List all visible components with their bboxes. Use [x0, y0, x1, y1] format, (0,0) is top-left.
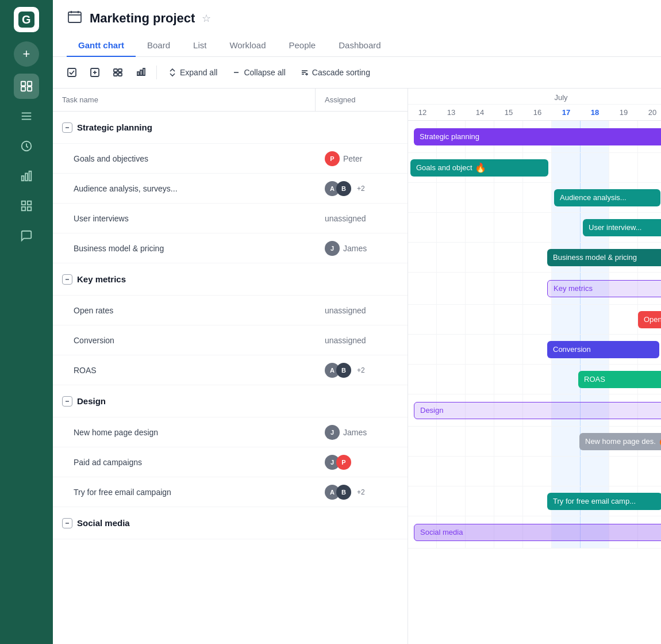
- chart-tool[interactable]: [131, 63, 151, 82]
- bar-strategic-planning[interactable]: Strategic planning: [414, 128, 661, 145]
- task-name-header: Task name: [53, 89, 316, 111]
- checkbox-tool[interactable]: [62, 63, 82, 82]
- group-assigned-design: [316, 396, 408, 407]
- group-toggle-design[interactable]: [62, 396, 72, 407]
- task-list: Task name Assigned Strategic planning Go…: [53, 89, 408, 644]
- avatar: J: [325, 425, 340, 440]
- bar-user-interviews[interactable]: User interview...: [583, 219, 661, 236]
- gantt-row-open-rates: Open rates: [408, 305, 661, 335]
- table-row: User interviews unassigned: [53, 204, 408, 233]
- table-row: Design: [53, 385, 408, 417]
- table-row: Try for free email campaign A B +2: [53, 477, 408, 507]
- group-name-keymetrics: Key metrics: [53, 269, 316, 290]
- gantt-row-user-interviews: User interview...: [408, 213, 661, 243]
- app-logo[interactable]: G: [14, 7, 39, 32]
- tab-board[interactable]: Board: [136, 34, 182, 57]
- gantt-days-row: 12 13 14 15 16 17 18 19 20 21: [408, 105, 661, 120]
- svg-rect-3: [28, 82, 32, 86]
- bar-homepage-design[interactable]: New home page des.🔥: [579, 433, 661, 450]
- table-row: New home page design J James: [53, 417, 408, 447]
- gantt-row-homepage: New home page des.🔥: [408, 427, 661, 457]
- group-tool[interactable]: [108, 63, 128, 82]
- task-name-email-campaign: Try for free email campaign: [53, 482, 316, 503]
- table-row: Goals and objectives P Peter: [53, 144, 408, 174]
- bar-audience-analysis[interactable]: Audience analysis...: [554, 189, 660, 206]
- tab-list[interactable]: List: [182, 34, 218, 57]
- gantt-row-roas: ROAS: [408, 365, 661, 394]
- svg-rect-10: [22, 176, 24, 181]
- expand-tool[interactable]: [85, 63, 105, 82]
- svg-rect-30: [137, 72, 139, 75]
- collapse-all-button[interactable]: Collapse all: [226, 64, 291, 80]
- bar-business-model[interactable]: Business model & pricing: [547, 249, 661, 266]
- sidebar-item-clock[interactable]: [14, 133, 39, 159]
- sidebar-item-projects[interactable]: [14, 74, 39, 99]
- tab-gantt[interactable]: Gantt chart: [67, 34, 136, 57]
- svg-rect-16: [28, 207, 31, 210]
- group-assigned-strategic: [316, 122, 408, 133]
- svg-rect-21: [68, 68, 76, 76]
- bar-key-metrics[interactable]: Key metrics: [547, 280, 661, 297]
- header: Marketing project ☆ Gantt chart Board Li…: [53, 0, 661, 57]
- tab-dashboard[interactable]: Dashboard: [327, 34, 392, 57]
- bar-social-media-group[interactable]: Social media: [414, 524, 661, 541]
- svg-rect-25: [114, 69, 117, 72]
- task-name-paid-ads: Paid ad campaigns: [53, 452, 316, 473]
- gantt-row-keymetrics: Key metrics: [408, 273, 661, 305]
- bar-roas[interactable]: ROAS: [578, 371, 661, 388]
- group-name-social: Social media: [53, 512, 316, 534]
- table-row: Audience analysis, surveys... A B +2: [53, 174, 408, 204]
- gantt-row-conversion: Conversion: [408, 335, 661, 365]
- task-assigned-roas: A B +2: [316, 357, 408, 384]
- sidebar-item-chat[interactable]: [14, 223, 39, 248]
- favorite-icon[interactable]: ☆: [202, 12, 211, 25]
- svg-text:G: G: [22, 13, 31, 26]
- bar-open-rates[interactable]: Open rates: [638, 311, 661, 328]
- task-name-homepage: New home page design: [53, 422, 316, 443]
- task-name-business-model: Business model & pricing: [53, 238, 316, 259]
- avatar: B: [336, 485, 351, 500]
- project-title: Marketing project: [90, 11, 195, 26]
- svg-rect-12: [29, 171, 32, 181]
- tab-workload[interactable]: Workload: [218, 34, 277, 57]
- svg-rect-28: [118, 73, 122, 76]
- task-assigned-homepage: J James: [316, 419, 408, 446]
- sidebar-item-list[interactable]: [14, 103, 39, 129]
- task-assigned-paid-ads: J P: [316, 449, 408, 476]
- svg-rect-32: [143, 68, 145, 75]
- gantt-row-design: Design: [408, 394, 661, 427]
- task-name-open-rates: Open rates: [53, 300, 316, 321]
- group-toggle-strategic[interactable]: [62, 122, 72, 133]
- avatar-stack: A B: [325, 181, 351, 196]
- gantt-day-12: 12: [408, 105, 437, 120]
- table-row: Paid ad campaigns J P: [53, 447, 408, 477]
- bar-design-group[interactable]: Design: [414, 402, 661, 419]
- gantt-row-goals: Goals and object🔥: [408, 153, 661, 183]
- gantt-month: July: [408, 89, 661, 105]
- svg-rect-31: [140, 70, 142, 75]
- table-row: ROAS A B +2: [53, 355, 408, 385]
- group-toggle-keymetrics[interactable]: [62, 274, 72, 285]
- task-assigned-goals: P Peter: [316, 145, 408, 172]
- cascade-sort-button[interactable]: Cascade sorting: [295, 64, 376, 80]
- expand-all-button[interactable]: Expand all: [163, 64, 223, 80]
- bar-conversion[interactable]: Conversion: [547, 341, 659, 358]
- gantt-day-14: 14: [466, 105, 494, 120]
- svg-rect-26: [118, 69, 122, 72]
- avatar-stack-email: A B: [325, 485, 351, 500]
- sidebar-item-chart[interactable]: [14, 163, 39, 189]
- add-button[interactable]: +: [14, 41, 39, 67]
- table-row: Business model & pricing J James: [53, 233, 408, 263]
- bar-email-campaign[interactable]: Try for free email camp...: [547, 493, 661, 510]
- sidebar: G +: [0, 0, 53, 644]
- gantt-header: July 12 13 14 15 16 17 18 19 20 21: [408, 89, 661, 121]
- svg-rect-27: [114, 73, 117, 76]
- tab-people[interactable]: People: [277, 34, 327, 57]
- group-toggle-social[interactable]: [62, 518, 72, 528]
- sidebar-item-grid[interactable]: [14, 193, 39, 218]
- gantt-inner: July 12 13 14 15 16 17 18 19 20 21: [408, 89, 661, 549]
- bar-goals-objectives[interactable]: Goals and object🔥: [410, 159, 548, 177]
- avatar: B: [336, 363, 351, 378]
- svg-rect-5: [28, 87, 32, 91]
- gantt-day-19: 19: [609, 105, 638, 120]
